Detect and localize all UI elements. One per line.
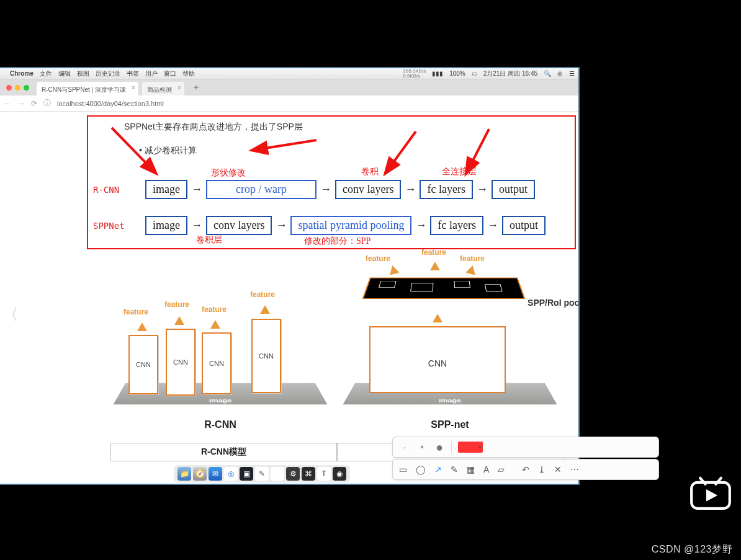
box-fc: fc layers [430, 216, 483, 235]
ground-label: image [344, 398, 556, 404]
menu-help[interactable]: 帮助 [182, 69, 195, 78]
panel-rcnn: image CNN CNN CNN CNN feature feature fe… [109, 258, 332, 432]
dock-finder-icon[interactable]: 📁 [177, 467, 191, 481]
label-feature: feature [164, 300, 189, 309]
up-arrow-icon [430, 257, 440, 270]
close-icon[interactable] [6, 85, 12, 91]
tab-label: R-CNN与SPPNet | 深度学习课 [42, 86, 126, 94]
menu-view[interactable]: 视图 [77, 69, 89, 78]
panel-sppnet: image CNN feature feature [338, 258, 562, 432]
tab-label: 商品检测 [147, 86, 172, 94]
tool-arrow-icon[interactable]: ↗ [434, 464, 442, 474]
tab-close-icon[interactable]: × [177, 84, 181, 91]
up-arrow-icon [137, 318, 147, 331]
watermark: CSDN @123梦野 [652, 543, 732, 556]
tool-rect-icon[interactable]: ▭ [399, 464, 407, 474]
box-output: output [502, 216, 546, 235]
dock-text-icon[interactable]: T [317, 467, 331, 481]
svg-line-2 [386, 131, 416, 172]
brush-size-xs[interactable]: · [399, 442, 410, 452]
window-controls [2, 85, 33, 91]
menu-icon[interactable]: ☰ [569, 70, 575, 77]
brush-size-md[interactable]: ● [434, 440, 445, 455]
arrow-icon: → [486, 219, 500, 232]
dock-obs-icon[interactable]: ◉ [333, 467, 346, 481]
ann-shape: 形状修改 [211, 167, 246, 179]
bilibili-play-icon[interactable] [689, 476, 732, 512]
up-arrow-icon [210, 315, 220, 329]
dock-chrome-icon[interactable]: ◎ [224, 467, 238, 481]
tool-pencil-icon[interactable]: ✎ [451, 464, 458, 474]
row-label: SPPNet [93, 221, 143, 231]
tool-save-icon[interactable]: ⤓ [538, 464, 546, 474]
menu-edit[interactable]: 编辑 [58, 69, 71, 78]
dock-safari-icon[interactable]: 🧭 [193, 467, 207, 481]
panel-caption: SPP-net [338, 419, 562, 430]
tool-undo-icon[interactable]: ↶ [522, 464, 529, 474]
tab-close-icon[interactable]: × [132, 84, 135, 91]
nav-fwd-icon[interactable]: → [17, 99, 25, 108]
tool-close-icon[interactable]: ✕ [554, 464, 562, 474]
minimize-icon[interactable] [15, 85, 20, 91]
ann-modified: 修改的部分：SPP [304, 236, 370, 247]
nav-back-icon[interactable]: ← [4, 99, 11, 108]
maximize-icon[interactable] [24, 85, 29, 91]
menu-history[interactable]: 历史记录 [96, 69, 120, 78]
prev-page-chevron[interactable]: 〈 [2, 304, 19, 326]
box-image: image [145, 216, 187, 235]
nav-reload-icon[interactable]: ⟳ [31, 99, 37, 108]
cube-label: CNN [167, 358, 194, 366]
net-speed: 265.0KB/s 0.5KB/s [403, 69, 426, 79]
dock-settings-icon[interactable]: ⚙︎ [286, 467, 300, 481]
status-icons: ▮▮▮ [432, 70, 443, 77]
box-cropwarp: crop / warp [206, 180, 317, 199]
tool-mosaic-icon[interactable]: ▦ [467, 464, 475, 474]
menu-app[interactable]: Chrome [10, 70, 34, 77]
address-bar: ← → ⟳ ⓘ localhost:4000/day04/section3.ht… [0, 96, 578, 112]
diagram-row-rcnn: R-CNN image → crop / warp → conv layers … [93, 180, 535, 199]
search-icon[interactable]: 🔍 [544, 70, 551, 77]
arrow-icon: → [274, 219, 288, 232]
new-tab-button[interactable]: ＋ [188, 82, 204, 93]
menu-bookmark[interactable]: 书签 [127, 69, 139, 78]
menu-file[interactable]: 文件 [40, 69, 52, 78]
site-info-icon[interactable]: ⓘ [43, 98, 51, 109]
color-swatch[interactable] [458, 442, 483, 453]
big-cube: CNN [369, 326, 506, 393]
box-conv: conv layers [206, 216, 272, 235]
tab-rcnn-sppnet[interactable]: R-CNN与SPPNet | 深度学习课 × [37, 82, 138, 96]
arrow-icon: → [190, 183, 204, 196]
annotation-toolbar-tools: ▭ ◯ ↗ ✎ ▦ A ▱ ↶ ⤓ ✕ ⋯ [392, 459, 659, 480]
label-feature: feature [460, 254, 485, 263]
cube-label: CNN [370, 358, 505, 368]
menu-window[interactable]: 窗口 [164, 69, 176, 78]
siri-icon[interactable]: ◎ [557, 70, 563, 77]
cube-label: CNN [203, 360, 230, 367]
tool-ellipse-icon[interactable]: ◯ [416, 464, 426, 474]
ann-fc: 全连接层 [442, 166, 477, 177]
ann-convlayer: 卷积层 [196, 234, 222, 246]
label-feature: feature [366, 254, 390, 263]
menu-user[interactable]: 用户 [145, 69, 158, 78]
chrome-window: R-CNN与SPPNet | 深度学习课 × 商品检测 × ＋ ← → ⟳ ⓘ … [0, 79, 578, 484]
ground-label: image [115, 398, 326, 404]
tab-product-detect[interactable]: 商品检测 × [142, 82, 184, 96]
cube-label: CNN [130, 361, 157, 368]
dock-ide-icon[interactable]: ▣ [240, 467, 253, 481]
label-feature: feature [202, 305, 227, 314]
diagram-row-sppnet: SPPNet image → conv layers → spatial pyr… [93, 216, 546, 235]
up-arrow-icon [174, 311, 184, 325]
brush-size-sm[interactable]: • [416, 442, 428, 453]
tool-tag-icon[interactable]: ▱ [498, 464, 505, 474]
page-content: SPPNet主要存在两点改进地方，提出了SPP层 减少卷积计算 〈 R-CNN … [0, 112, 578, 484]
dock-mail-icon[interactable]: ✉︎ [209, 467, 222, 481]
url-text[interactable]: localhost:4000/day04/section3.html [57, 100, 164, 107]
tool-text-icon[interactable]: A [483, 464, 489, 474]
tabstrip: R-CNN与SPPNet | 深度学习课 × 商品检测 × ＋ [0, 79, 578, 96]
dock-notes-icon[interactable]: ✎ [255, 467, 269, 481]
tool-more-icon[interactable]: ⋯ [570, 464, 579, 474]
dock-app-icon[interactable]: ❖ [271, 467, 284, 481]
svg-line-1 [253, 140, 317, 150]
up-arrow-icon [433, 309, 442, 322]
dock-terminal-icon[interactable]: ⌘ [302, 467, 315, 481]
